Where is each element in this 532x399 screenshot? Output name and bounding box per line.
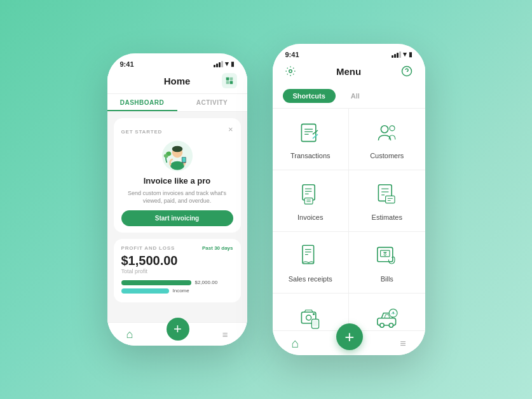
- left-bottom-nav: ⌂ + ≡: [107, 322, 247, 346]
- left-screen: Home DASHBOARD ACTIVITY G: [107, 71, 247, 346]
- right-status-icons: ▾ ▮: [392, 50, 413, 58]
- svg-point-18: [381, 126, 388, 133]
- question-icon[interactable]: [399, 64, 414, 79]
- profit-label: PROFIT AND LOSS: [121, 245, 175, 251]
- gear-icon[interactable]: [283, 64, 298, 79]
- svg-rect-38: [378, 247, 393, 261]
- menu-item-mileage[interactable]: Mileage: [349, 294, 425, 330]
- expense-bar: [121, 288, 169, 294]
- menu-nav-icon[interactable]: ≡: [222, 329, 228, 340]
- customers-label: Customers: [370, 152, 404, 159]
- profit-sublabel: Total profit: [121, 268, 233, 274]
- receipt-snap-icon: [296, 304, 324, 330]
- svg-point-41: [384, 254, 386, 255]
- profit-period: Past 30 days: [202, 245, 233, 251]
- get-started-label: GET STARTED: [121, 129, 163, 135]
- right-bottom-nav: ⌂ + ≡: [273, 330, 425, 355]
- svg-rect-24: [304, 198, 313, 205]
- svg-point-12: [289, 70, 292, 73]
- left-status-bar: 9:41 ▾ ▮: [107, 53, 247, 71]
- right-header: Menu: [273, 61, 425, 84]
- home-header-icon[interactable]: [222, 73, 237, 88]
- svg-rect-0: [226, 78, 229, 81]
- menu-grid: Transactions Customers: [273, 109, 425, 330]
- right-status-bar: 9:41 ▾ ▮: [273, 44, 425, 61]
- bills-label: Bills: [381, 275, 393, 283]
- left-status-icons: ▾ ▮: [214, 60, 235, 68]
- menu-item-receipt-snap[interactable]: Receipt snap: [273, 294, 349, 330]
- svg-rect-3: [229, 81, 233, 85]
- income-amount: $2,000.00: [195, 280, 218, 285]
- signal-icon: [214, 61, 223, 67]
- income-bar: [121, 280, 191, 285]
- profit-amount: $1,500.00: [121, 254, 233, 268]
- right-wifi-icon: ▾: [403, 50, 407, 58]
- bills-icon: [373, 242, 401, 270]
- invoices-label: Invoices: [297, 213, 323, 221]
- menu-item-estimates[interactable]: Estimates: [349, 170, 425, 231]
- profit-card: PROFIT AND LOSS Past 30 days $1,500.00 T…: [114, 239, 241, 302]
- shortcuts-button[interactable]: Shortcuts: [283, 89, 336, 103]
- all-button[interactable]: All: [341, 89, 370, 103]
- card-subtext: Send custom invoices and track what's vi…: [121, 189, 233, 205]
- start-invoicing-button[interactable]: Start invoicing: [121, 210, 233, 226]
- svg-point-19: [390, 126, 395, 131]
- customers-icon: [373, 119, 401, 147]
- svg-point-7: [172, 146, 182, 152]
- svg-rect-2: [226, 81, 229, 85]
- mileage-icon: [373, 304, 401, 330]
- tab-dashboard[interactable]: DASHBOARD: [107, 94, 177, 111]
- menu-item-transactions[interactable]: Transactions: [273, 109, 349, 170]
- get-started-card: GET STARTED ×: [114, 118, 241, 233]
- menu-item-sales-receipts[interactable]: Sales receipts: [273, 232, 349, 293]
- right-battery-icon: ▮: [409, 51, 413, 58]
- card-heading: Invoice like a pro: [121, 176, 233, 187]
- right-signal-icon: [392, 51, 401, 58]
- sales-receipts-icon: [296, 242, 324, 270]
- card-illustration: [121, 139, 233, 173]
- invoices-icon: [296, 180, 324, 208]
- left-content: GET STARTED ×: [107, 112, 247, 322]
- svg-rect-9: [182, 158, 186, 163]
- wifi-icon: ▾: [225, 60, 229, 68]
- estimates-icon: [373, 180, 401, 208]
- left-fab[interactable]: +: [167, 318, 189, 341]
- left-phone: 9:41 ▾ ▮ Home DASH: [107, 53, 247, 346]
- transactions-icon: [296, 119, 324, 147]
- income-bar-row: $2,000.00: [121, 280, 233, 285]
- profit-header: PROFIT AND LOSS Past 30 days: [121, 245, 233, 251]
- right-home-icon[interactable]: ⌂: [292, 336, 299, 351]
- svg-rect-46: [313, 320, 318, 327]
- right-menu-icon[interactable]: ≡: [400, 338, 406, 349]
- left-header: Home: [107, 71, 247, 94]
- battery-icon: ▮: [231, 60, 235, 67]
- right-fab[interactable]: +: [336, 323, 363, 350]
- menu-title: Menu: [336, 66, 361, 77]
- estimates-label: Estimates: [372, 213, 402, 221]
- menu-item-customers[interactable]: Customers: [349, 109, 425, 170]
- right-time: 9:41: [285, 51, 299, 58]
- right-screen: Menu Shortcuts All: [273, 61, 425, 355]
- income-label: Income: [173, 288, 189, 294]
- menu-item-bills[interactable]: Bills: [349, 232, 425, 293]
- right-phone: 9:41 ▾ ▮ Menu: [273, 44, 425, 355]
- svg-point-49: [389, 323, 393, 327]
- svg-point-48: [380, 323, 384, 327]
- left-home-title: Home: [164, 76, 191, 86]
- svg-rect-1: [229, 78, 233, 81]
- svg-rect-14: [302, 124, 316, 141]
- sales-receipts-label: Sales receipts: [289, 275, 332, 283]
- expense-bar-row: Income: [121, 288, 233, 294]
- svg-point-43: [306, 315, 311, 320]
- svg-point-44: [313, 313, 315, 315]
- shortcuts-row: Shortcuts All: [273, 84, 425, 109]
- close-button[interactable]: ×: [228, 125, 233, 134]
- svg-rect-31: [385, 196, 394, 203]
- left-time: 9:41: [120, 60, 134, 68]
- tab-activity[interactable]: ACTIVITY: [177, 94, 247, 111]
- transactions-label: Transactions: [290, 152, 331, 159]
- menu-item-invoices[interactable]: Invoices: [273, 170, 349, 231]
- left-tabs: DASHBOARD ACTIVITY: [107, 94, 247, 112]
- home-nav-icon[interactable]: ⌂: [126, 328, 133, 341]
